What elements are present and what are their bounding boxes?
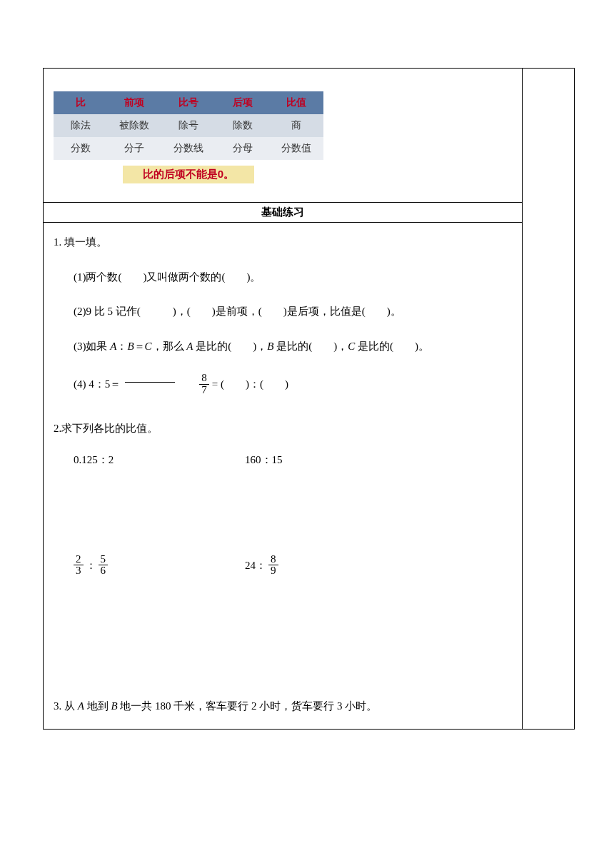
exercise-area: 1. 填一填。 (1)两个数( )又叫做两个数的( )。 (2)9 比 5 记作… [44,223,522,691]
cell: 分数线 [161,137,216,160]
q2-a: 0.125：2 [74,452,245,468]
cell: 商 [269,114,323,137]
hdr-bihao: 比号 [161,91,216,114]
q1-4: (4) 4：5＝ 8 7 = ( )：( ) [74,373,512,396]
numerator: 2 [74,554,84,566]
var-C: C [145,340,152,352]
fraction-2-3: 2 3 [74,554,84,577]
text: 是比的( )， [273,340,348,352]
text: (4) 4：5＝ [74,376,121,393]
right-margin-column [523,69,574,691]
var-A: A [186,340,193,352]
hdr-bizhi: 比值 [269,91,323,114]
table-note: 比的后项不能是0。 [123,166,254,183]
cell: 分数值 [269,137,323,160]
var-A: A [78,700,84,712]
cell: 除法 [54,114,108,137]
section-title: 基础练习 [44,202,522,223]
q1-1: (1)两个数( )又叫做两个数的( )。 [74,269,512,286]
text: 地一共 180 千米，客车要行 2 小时，货车要行 3 小时。 [118,700,378,712]
q2-row2: 2 3 ： 5 6 24： 8 9 [74,554,512,577]
q1-3: (3)如果 A：B＝C，那么 A 是比的( )，B 是比的( )，C 是比的( … [74,338,512,355]
worksheet-bottom-frame: 3. 从 A 地到 B 地一共 180 千米，客车要行 2 小时，货车要行 3 … [43,691,575,730]
text: ： [116,340,127,352]
text: 24： [245,557,266,574]
q1-stem: 1. 填一填。 [54,234,512,251]
cell: 除号 [161,114,216,137]
var-B: B [127,340,134,352]
denominator: 6 [99,565,109,577]
blank-line[interactable] [125,382,175,383]
text: 3. 从 [54,700,78,712]
numerator: 8 [268,554,278,566]
fraction-8-7: 8 7 [199,373,209,396]
hdr-qianxiang: 前项 [108,91,162,114]
table-row: 除法 被除数 除号 除数 商 [54,114,323,137]
q2-stem: 2.求下列各比的比值。 [54,420,512,437]
right-margin-column [523,691,574,729]
numerator: 5 [99,554,109,566]
text: (3)如果 [74,340,110,352]
table-header-row: 比 前项 比号 后项 比值 [54,91,323,114]
denominator: 3 [74,565,84,577]
hdr-bi: 比 [54,91,108,114]
comparison-table: 比 前项 比号 后项 比值 除法 被除数 除号 除数 商 分数 [54,91,323,160]
text: ＝ [134,340,145,352]
cell: 被除数 [108,114,162,137]
text: 是比的( )。 [355,340,429,352]
cell: 除数 [216,114,270,137]
q2-b: 160：15 [245,452,416,468]
q3: 3. 从 A 地到 B 地一共 180 千米，客车要行 2 小时，货车要行 3 … [44,691,523,729]
numerator: 8 [199,373,209,385]
text: 地到 [84,700,111,712]
fraction-5-6: 5 6 [99,554,109,577]
denominator: 7 [199,385,209,396]
denominator: 9 [268,565,278,577]
text: 是比的( )， [193,340,268,352]
q2-c: 2 3 ： 5 6 [74,554,245,577]
var-C: C [348,340,355,352]
text: ，那么 [152,340,187,352]
table-note-wrap: 比的后项不能是0。 [54,163,323,186]
hdr-houxiang: 后项 [216,91,270,114]
colon: ： [86,557,96,574]
cell: 分母 [216,137,270,160]
var-B: B [111,700,117,712]
comparison-table-section: 比 前项 比号 后项 比值 除法 被除数 除号 除数 商 分数 [44,69,522,202]
text: = ( )：( ) [212,376,288,393]
left-column: 比 前项 比号 后项 比值 除法 被除数 除号 除数 商 分数 [44,69,523,691]
fraction-8-9: 8 9 [268,554,278,577]
worksheet-main-frame: 比 前项 比号 后项 比值 除法 被除数 除号 除数 商 分数 [43,68,575,691]
q2-d: 24： 8 9 [245,554,416,577]
table-row: 分数 分子 分数线 分母 分数值 [54,137,323,160]
q2-row1: 0.125：2 160：15 [74,452,512,468]
q1-2: (2)9 比 5 记作( )，( )是前项，( )是后项，比值是( )。 [74,303,512,320]
cell: 分数 [54,137,108,160]
cell: 分子 [108,137,162,160]
